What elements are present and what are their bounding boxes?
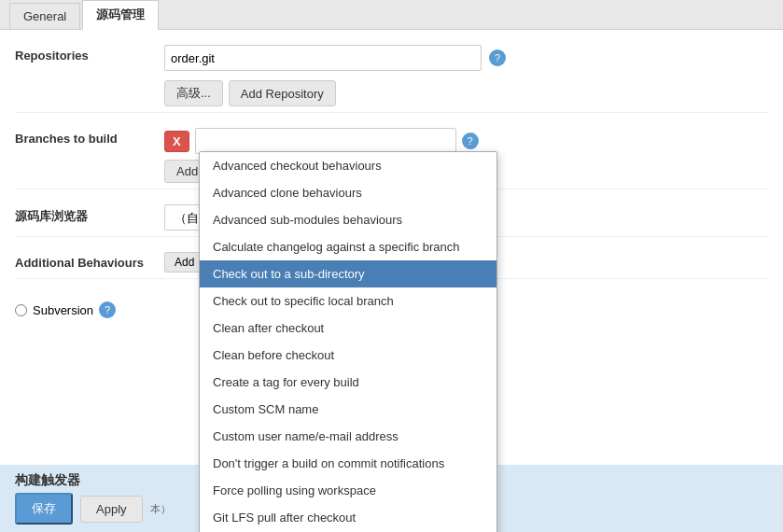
branch-help-icon[interactable]: ?: [462, 133, 479, 149]
apply-button[interactable]: Apply: [80, 496, 143, 523]
dropdown-item-check-out-subdirectory[interactable]: Check out to a sub-directory: [200, 260, 496, 287]
dropdown-item-advanced-submodules[interactable]: Advanced sub-modules behaviours: [200, 206, 496, 233]
subversion-label: Subversion: [33, 303, 93, 317]
bottom-bar-note: 本）: [150, 502, 171, 516]
subversion-help-icon[interactable]: ?: [99, 301, 116, 318]
branch-input[interactable]: [195, 128, 456, 154]
delete-branch-button[interactable]: X: [164, 131, 189, 152]
dropdown-item-create-tag[interactable]: Create a tag for every build: [200, 369, 496, 396]
dropdown-item-dont-trigger[interactable]: Don't trigger a build on commit notifica…: [200, 450, 496, 477]
dropdown-item-clean-before-checkout[interactable]: Clean before checkout: [200, 342, 496, 369]
repo-help-icon[interactable]: ?: [489, 49, 506, 66]
repositories-content: ? 高级... Add Repository: [164, 45, 768, 106]
subversion-radio-row: Subversion ?: [15, 294, 116, 326]
advanced-button[interactable]: 高级...: [164, 80, 223, 106]
additional-behaviours-label: Additional Behaviours: [15, 252, 164, 270]
branch-row: X ?: [164, 128, 768, 154]
dropdown-item-custom-user[interactable]: Custom user name/e-mail address: [200, 423, 496, 450]
tab-scm[interactable]: 源码管理: [82, 0, 159, 30]
subversion-radio[interactable]: [15, 304, 27, 316]
branches-label: Branches to build: [15, 128, 164, 146]
dropdown-item-advanced-checkout[interactable]: Advanced checkout behaviours: [200, 152, 496, 179]
repositories-section: Repositories ? 高级... Add Repository: [15, 39, 768, 113]
add-repository-button[interactable]: Add Repository: [229, 80, 336, 106]
dropdown-item-git-lfs[interactable]: Git LFS pull after checkout: [200, 504, 496, 531]
dropdown-item-calculate-changelog[interactable]: Calculate changelog against a specific b…: [200, 233, 496, 260]
source-browser-label: 源码库浏览器: [15, 204, 164, 225]
main-container: General 源码管理 Repositories ? 高级... Add Re…: [0, 0, 783, 532]
dropdown-item-advanced-clone[interactable]: Advanced clone behaviours: [200, 179, 496, 206]
save-button[interactable]: 保存: [15, 493, 73, 525]
tab-general[interactable]: General: [9, 3, 80, 29]
dropdown-menu: Advanced checkout behaviours Advanced cl…: [199, 151, 497, 532]
dropdown-item-custom-scm-name[interactable]: Custom SCM name: [200, 396, 496, 423]
repo-input-row: ?: [164, 45, 768, 71]
repo-actions: 高级... Add Repository: [164, 80, 768, 106]
repositories-label: Repositories: [15, 45, 164, 63]
dropdown-item-check-out-local-branch[interactable]: Check out to specific local branch: [200, 287, 496, 315]
tab-bar: General 源码管理: [0, 0, 783, 30]
content-area: Repositories ? 高级... Add Repository Bran…: [0, 30, 783, 532]
dropdown-item-force-polling[interactable]: Force polling using workspace: [200, 477, 496, 504]
dropdown-item-clean-after-checkout[interactable]: Clean after checkout: [200, 315, 496, 342]
repo-url-input[interactable]: [164, 45, 482, 71]
